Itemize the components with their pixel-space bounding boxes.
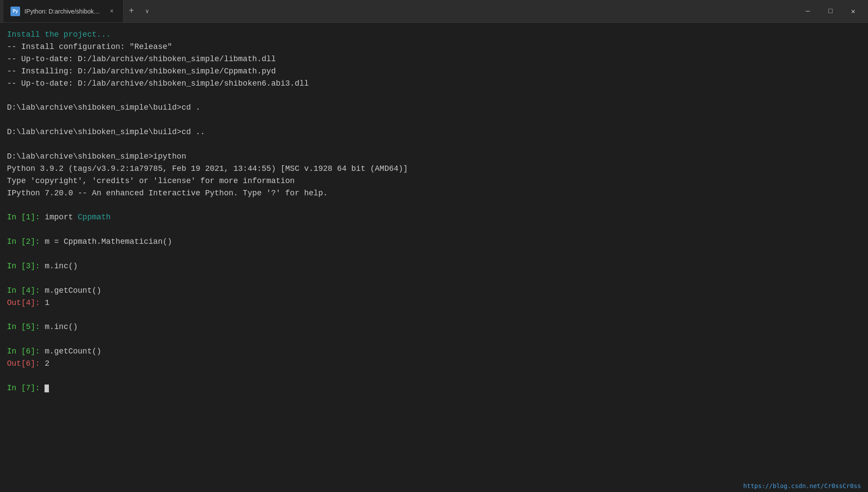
in-7-line: In [7]: (7, 382, 861, 395)
tab-dropdown-button[interactable]: ∨ (139, 3, 155, 19)
out-4-line: Out[4]: 1 (7, 297, 861, 309)
terminal-output: Install the project... -- Install config… (7, 29, 861, 395)
new-tab-button[interactable]: + (124, 3, 139, 19)
in-5-line: In [5]: m.inc() (7, 321, 861, 333)
output-line-15 (7, 199, 861, 211)
blank-line-6 (7, 370, 861, 382)
terminal-area[interactable]: Install the project... -- Install config… (0, 23, 868, 480)
tab-title: IPython: D:archive/shiboken_sin (24, 8, 103, 15)
cursor-blink (45, 385, 49, 392)
status-bar: https://blog.csdn.net/Cr0ssCr0ss (0, 480, 868, 492)
blank-line-1 (7, 224, 861, 236)
output-line-6 (7, 90, 861, 102)
blank-line-4 (7, 309, 861, 321)
output-line-3: -- Up-to-date: D:/lab/archive/shiboken_s… (7, 53, 861, 66)
blank-line-3 (7, 273, 861, 285)
blank-line-5 (7, 333, 861, 346)
minimize-button[interactable]: — (796, 0, 819, 23)
blank-line-2 (7, 248, 861, 260)
tab-close-button[interactable]: × (107, 7, 116, 16)
output-line-9: D:\lab\archive\shiboken_simple\build>cd … (7, 126, 861, 139)
status-link: https://blog.csdn.net/Cr0ssCr0ss (743, 482, 861, 489)
in-1-line: In [1]: import Cppmath (7, 211, 861, 224)
window-controls: — □ ✕ (796, 0, 865, 23)
close-button[interactable]: ✕ (842, 0, 865, 23)
tab-icon (10, 7, 20, 16)
main-window: IPython: D:archive/shiboken_sin × + ∨ — … (0, 0, 868, 492)
in-2-line: In [2]: m = Cppmath.Mathematician() (7, 236, 861, 248)
output-line-8 (7, 114, 861, 126)
active-tab[interactable]: IPython: D:archive/shiboken_sin × (3, 0, 124, 22)
output-line-2: -- Install configuration: "Release" (7, 41, 861, 53)
output-line-14: IPython 7.20.0 -- An enhanced Interactiv… (7, 187, 861, 200)
titlebar: IPython: D:archive/shiboken_sin × + ∨ — … (0, 0, 868, 23)
output-line-12: Python 3.9.2 (tags/v3.9.2:1a79785, Feb 1… (7, 163, 861, 175)
maximize-button[interactable]: □ (819, 0, 842, 23)
in-6-line: In [6]: m.getCount() (7, 346, 861, 358)
output-line-5: -- Up-to-date: D:/lab/archive/shiboken_s… (7, 78, 861, 90)
output-line-11: D:\lab\archive\shiboken_simple>ipython (7, 151, 861, 163)
output-line-13: Type 'copyright', 'credits' or 'license'… (7, 175, 861, 187)
in-4-line: In [4]: m.getCount() (7, 285, 861, 297)
in-3-line: In [3]: m.inc() (7, 260, 861, 273)
tab-area: IPython: D:archive/shiboken_sin × + ∨ (3, 0, 796, 22)
output-line-1: Install the project... (7, 29, 861, 41)
output-line-10 (7, 139, 861, 151)
out-6-line: Out[6]: 2 (7, 358, 861, 370)
output-line-7: D:\lab\archive\shiboken_simple\build>cd … (7, 102, 861, 114)
output-line-4: -- Installing: D:/lab/archive/shiboken_s… (7, 66, 861, 78)
